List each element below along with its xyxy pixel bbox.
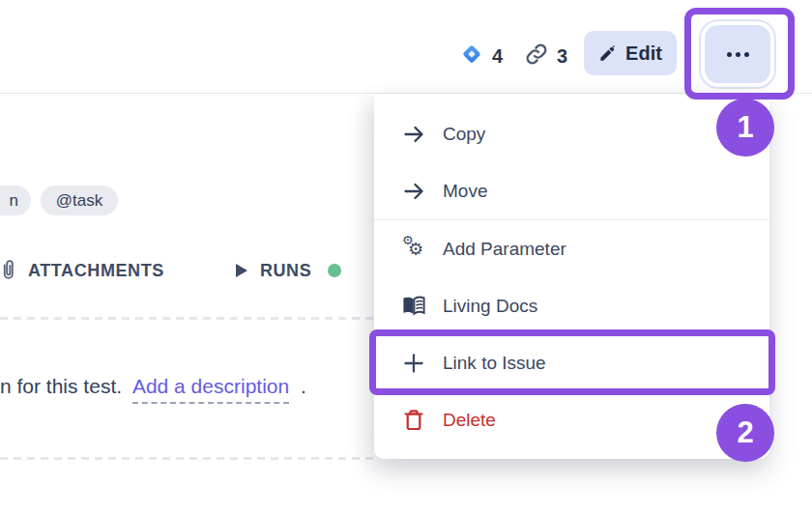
runs-tab[interactable]: RUNS [260, 261, 311, 281]
attachments-tab[interactable]: ATTACHMENTS [28, 261, 164, 281]
trash-icon [401, 409, 426, 432]
step-1-badge: 1 [716, 99, 774, 157]
add-description-link[interactable]: Add a description [132, 375, 289, 404]
jira-issue-count[interactable]: 4 [460, 43, 503, 70]
section-divider-dashed [0, 317, 373, 320]
tag-pill-truncated[interactable]: n [0, 186, 31, 215]
tag-pill-task[interactable]: @task [41, 186, 118, 215]
description-text: n for this test. [0, 375, 122, 397]
tag-label: @task [56, 191, 102, 211]
section-tabs-row: ATTACHMENTS RUNS [0, 256, 341, 285]
linked-items-count[interactable]: 3 [525, 43, 567, 70]
tutorial-highlight-box-link-to-issue [369, 329, 775, 395]
link-count-value: 3 [557, 45, 567, 68]
menu-item-delete[interactable]: Delete [374, 391, 769, 448]
arrow-right-icon [401, 180, 426, 203]
arrow-right-icon [401, 123, 426, 146]
play-icon [235, 263, 248, 278]
link-icon [525, 43, 548, 70]
gears-icon: ⚙⚙ [401, 237, 426, 262]
menu-item-copy[interactable]: Copy [374, 105, 769, 162]
menu-item-move[interactable]: Move [374, 162, 769, 219]
jira-diamond-icon [460, 43, 483, 70]
bottom-divider-dashed [0, 457, 375, 460]
description-period: . [301, 375, 306, 397]
menu-item-living-docs[interactable]: Living Docs [374, 277, 769, 334]
tag-label: n [10, 191, 18, 211]
more-actions-menu: Copy Move ⚙⚙ Add Parameter [374, 94, 769, 459]
paperclip-icon [1, 257, 15, 284]
open-book-icon [401, 296, 426, 317]
step-2-badge: 2 [716, 404, 774, 462]
tutorial-highlight-box-more-button [684, 8, 795, 100]
pencil-icon [598, 44, 617, 63]
menu-item-add-parameter[interactable]: ⚙⚙ Add Parameter [374, 220, 769, 277]
runs-status-dot [328, 264, 341, 277]
jira-count-value: 4 [492, 45, 503, 68]
edit-button-label: Edit [625, 43, 662, 65]
edit-button[interactable]: Edit [584, 31, 677, 75]
description-line: n for this test. Add a description . [0, 375, 387, 398]
test-case-page: 4 3 Edit [0, 0, 812, 514]
